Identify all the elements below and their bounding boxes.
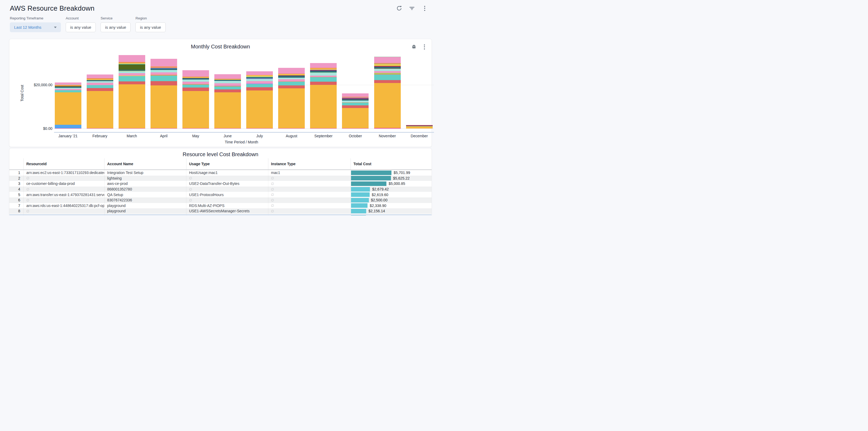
cell-instance-type[interactable]: ∅ [268, 186, 350, 192]
service-filter-button[interactable]: is any value [100, 22, 131, 32]
stacked-bar-july[interactable] [246, 71, 273, 128]
bar-segment[interactable] [55, 92, 82, 125]
bar-segment[interactable] [342, 105, 369, 108]
bar-segment[interactable] [151, 75, 177, 81]
cell-instance-type[interactable]: mac1 [268, 170, 350, 176]
stacked-bar-august[interactable] [278, 68, 305, 128]
cell-usage-type[interactable]: RDS:Multi-AZ-PIOPS [186, 203, 268, 209]
bar-segment[interactable] [374, 128, 401, 128]
bar-segment[interactable] [55, 90, 82, 93]
bar-segment[interactable] [278, 85, 305, 88]
cell-account-name[interactable]: lightwing [104, 176, 186, 181]
cell-resource-id[interactable]: arn:aws:ec2:us-east-1:733017110293:dedic… [23, 170, 104, 176]
filter-icon[interactable] [408, 5, 415, 12]
bar-segment[interactable] [374, 57, 401, 63]
bar-segment[interactable] [374, 83, 401, 128]
bar-segment[interactable] [310, 73, 337, 75]
bar-segment[interactable] [119, 64, 145, 70]
bar-segment[interactable] [119, 82, 145, 85]
cell-total-cost[interactable]: $2,619.60 [350, 192, 432, 197]
cell-resource-id[interactable]: ∅ [23, 186, 104, 192]
stacked-bar-january-21[interactable] [55, 83, 82, 128]
cell-account-name[interactable]: QA Setup [104, 192, 186, 197]
cell-usage-type[interactable]: USE1-ProtocolHours [186, 192, 268, 197]
bar-segment[interactable] [182, 70, 209, 76]
bar-segment[interactable] [406, 126, 433, 128]
cell-account-name[interactable]: aws-ce-prod [104, 181, 186, 186]
stacked-bar-june[interactable] [214, 74, 241, 128]
cell-resource-id[interactable]: ∅ [23, 197, 104, 203]
cell-account-name[interactable]: playground [104, 203, 186, 209]
bar-segment[interactable] [182, 91, 209, 128]
bar-segment[interactable] [55, 125, 82, 128]
cell-usage-type[interactable]: ∅ [186, 176, 268, 181]
bar-segment[interactable] [87, 83, 113, 85]
bar-segment[interactable] [246, 81, 273, 84]
cell-account-name[interactable]: playground [104, 208, 186, 214]
cell-instance-type[interactable]: ∅ [268, 192, 350, 197]
cell-usage-type[interactable]: HostUsage:mac1 [186, 170, 268, 176]
reporting-timeframe-dropdown[interactable]: Last 12 Months [10, 22, 61, 32]
bar-segment[interactable] [246, 71, 273, 75]
bar-segment[interactable] [119, 76, 145, 82]
chart-scrollbar[interactable] [54, 132, 434, 133]
bar-segment[interactable] [374, 69, 401, 71]
column-header-account-name[interactable]: Account Name [104, 158, 186, 170]
bar-segment[interactable] [87, 88, 113, 91]
bar-segment[interactable] [246, 87, 273, 90]
bar-segment[interactable] [310, 63, 337, 68]
bar-segment[interactable] [151, 70, 177, 72]
bar-segment[interactable] [151, 72, 177, 75]
bar-segment[interactable] [119, 73, 145, 75]
more-vert-icon[interactable] [421, 5, 428, 12]
cell-total-cost[interactable]: $5,701.99 [350, 170, 432, 176]
bar-segment[interactable] [55, 83, 82, 85]
bar-segment[interactable] [278, 79, 305, 82]
refresh-icon[interactable] [396, 5, 403, 12]
cell-total-cost[interactable]: $2,500.00 [350, 197, 432, 203]
page-scrollbar[interactable] [9, 214, 432, 215]
bar-segment[interactable] [246, 90, 273, 128]
bar-segment[interactable] [214, 83, 241, 86]
cell-usage-type[interactable]: USE2-DataTransfer-Out-Bytes [186, 181, 268, 186]
bar-segment[interactable] [119, 71, 145, 73]
bar-segment[interactable] [182, 82, 209, 84]
cell-account-name[interactable]: 868001352780 [104, 186, 186, 192]
bar-segment[interactable] [342, 108, 369, 128]
bar-segment[interactable] [342, 93, 369, 97]
bar-segment[interactable] [182, 85, 209, 88]
bar-segment[interactable] [214, 89, 241, 92]
cell-instance-type[interactable]: ∅ [268, 197, 350, 203]
cell-total-cost[interactable]: $2,679.42 [350, 186, 432, 192]
stacked-bar-may[interactable] [182, 70, 209, 128]
bar-segment[interactable] [310, 77, 337, 82]
stacked-bar-october[interactable] [342, 93, 369, 128]
cell-usage-type[interactable]: ∅ [186, 197, 268, 203]
bar-segment[interactable] [151, 85, 177, 128]
cell-resource-id[interactable]: ∅ [23, 176, 104, 181]
region-filter-button[interactable]: is any value [135, 22, 165, 32]
cell-instance-type[interactable]: ∅ [268, 203, 350, 209]
bar-segment[interactable] [374, 74, 401, 80]
cell-instance-type[interactable]: ∅ [268, 181, 350, 186]
bar-segment[interactable] [278, 82, 305, 85]
cell-total-cost[interactable]: $2,338.90 [350, 203, 432, 209]
bar-segment[interactable] [119, 55, 145, 62]
cell-account-name[interactable]: Integration Test Setup [104, 170, 186, 176]
bar-segment[interactable] [87, 85, 113, 88]
bar-segment[interactable] [214, 87, 241, 89]
bar-segment[interactable] [374, 71, 401, 73]
stacked-bar-february[interactable] [87, 74, 113, 128]
bar-segment[interactable] [214, 81, 241, 83]
column-header-instance-type[interactable]: Instance Type [268, 158, 350, 170]
cell-resource-id[interactable]: arn:aws:rds:us-east-1:448640225317:db:pc… [23, 203, 104, 209]
cell-total-cost[interactable]: $5,625.22 [350, 176, 432, 181]
bar-segment[interactable] [214, 92, 241, 128]
bar-segment[interactable] [310, 85, 337, 128]
bar-segment[interactable] [278, 68, 305, 74]
bar-segment[interactable] [182, 88, 209, 91]
stacked-bar-april[interactable] [151, 59, 177, 128]
cell-usage-type[interactable]: USE1-AWSSecretsManager-Secrets [186, 208, 268, 214]
account-filter-button[interactable]: is any value [66, 22, 96, 32]
bar-segment[interactable] [87, 91, 113, 128]
